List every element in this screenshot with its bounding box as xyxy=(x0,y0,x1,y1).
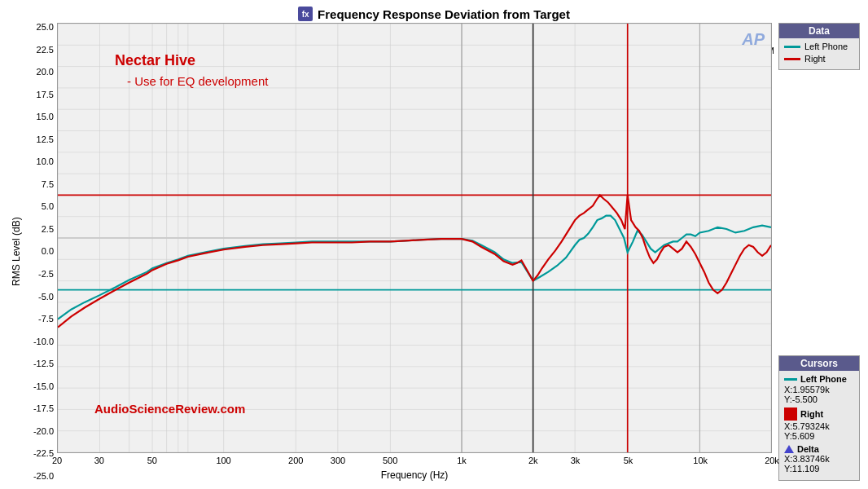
cursor-right-x: X:5.79324k xyxy=(784,421,854,431)
legend-title: Data xyxy=(779,24,859,38)
chart-with-yaxis: 25.0 22.5 20.0 17.5 15.0 12.5 10.0 7.5 5… xyxy=(26,23,772,481)
legend-color-right xyxy=(784,58,800,60)
cursor-box: Cursors Left Phone X:1.95579k Y:-5.500 xyxy=(778,355,860,481)
cursor-delta-x: X:3.83746k xyxy=(784,454,854,464)
chart-title: fx Frequency Response Deviation from Tar… xyxy=(298,7,570,21)
cursor-color-left xyxy=(784,378,797,381)
x-label-100: 100 xyxy=(216,456,230,465)
x-label-20: 20 xyxy=(52,456,62,465)
cursor-title: Cursors xyxy=(779,356,859,371)
x-label-200: 200 xyxy=(288,456,303,465)
x-label-2k: 2k xyxy=(528,456,538,465)
cursor-delta-name: Delta xyxy=(797,444,819,454)
x-axis-labels: 20 30 50 100 200 300 500 1k 2k 3k 5k 10k… xyxy=(57,453,772,469)
cursor-left-name: Left Phone xyxy=(800,374,847,384)
cursor-label-right: Right xyxy=(784,408,854,421)
legend-item-right: Right xyxy=(784,54,854,64)
cursor-right-y: Y:5.609 xyxy=(784,431,854,441)
x-label-1k: 1k xyxy=(457,456,467,465)
cursor-right-name: Right xyxy=(800,409,823,419)
title-icon: fx xyxy=(298,7,313,21)
cursor-item-delta: Delta X:3.83746k Y:11.109 xyxy=(784,444,854,474)
delta-triangle-icon xyxy=(784,445,794,453)
x-label-10k: 10k xyxy=(693,456,708,465)
legend-color-left xyxy=(784,46,800,48)
annotation-website: AudioScienceReview.com xyxy=(94,402,245,416)
right-panels: Data Left Phone Right Cursors xyxy=(778,23,860,481)
cursor-color-right xyxy=(784,408,797,421)
x-label-500: 500 xyxy=(383,456,397,465)
cursor-item-right: Right X:5.79324k Y:5.609 xyxy=(784,408,854,441)
cursor-delta-y: Y:11.109 xyxy=(784,464,854,474)
x-label-5k: 5k xyxy=(624,456,633,465)
x-label-20k: 20k xyxy=(765,456,779,465)
cursor-left-y: Y:-5.500 xyxy=(784,394,854,404)
y-labels: 25.0 22.5 20.0 17.5 15.0 12.5 10.0 7.5 5… xyxy=(26,23,57,481)
x-label-300: 300 xyxy=(331,456,345,465)
legend-label-left: Left Phone xyxy=(804,42,848,51)
cursor-item-left: Left Phone X:1.95579k Y:-5.500 xyxy=(784,374,854,404)
cursor-delta-label: Delta xyxy=(784,444,854,454)
main-container: fx Frequency Response Deviation from Tar… xyxy=(0,0,868,489)
x-axis-label: Frequency (Hz) xyxy=(57,469,772,481)
y-axis-label: RMS Level (dB) xyxy=(8,23,24,481)
x-label-50: 50 xyxy=(147,456,157,465)
legend-item-left: Left Phone xyxy=(784,42,854,51)
annotation-headphone-name: Nectar Hive xyxy=(115,52,195,69)
ap-logo: AP xyxy=(742,30,765,49)
annotation-subtitle: - Use for EQ development xyxy=(127,74,268,88)
legend-box: Data Left Phone Right xyxy=(778,23,860,70)
x-label-30: 30 xyxy=(94,456,104,465)
chart-title-text: Frequency Response Deviation from Target xyxy=(318,7,570,21)
x-label-3k: 3k xyxy=(571,456,581,465)
chart-plot: Nectar Hive - Use for EQ development Aud… xyxy=(57,23,772,453)
legend-label-right: Right xyxy=(804,54,826,64)
cursor-label-left: Left Phone xyxy=(784,374,854,384)
chart-area: RMS Level (dB) 25.0 22.5 20.0 17.5 15.0 … xyxy=(0,23,868,489)
cursor-left-x: X:1.95579k xyxy=(784,385,854,394)
